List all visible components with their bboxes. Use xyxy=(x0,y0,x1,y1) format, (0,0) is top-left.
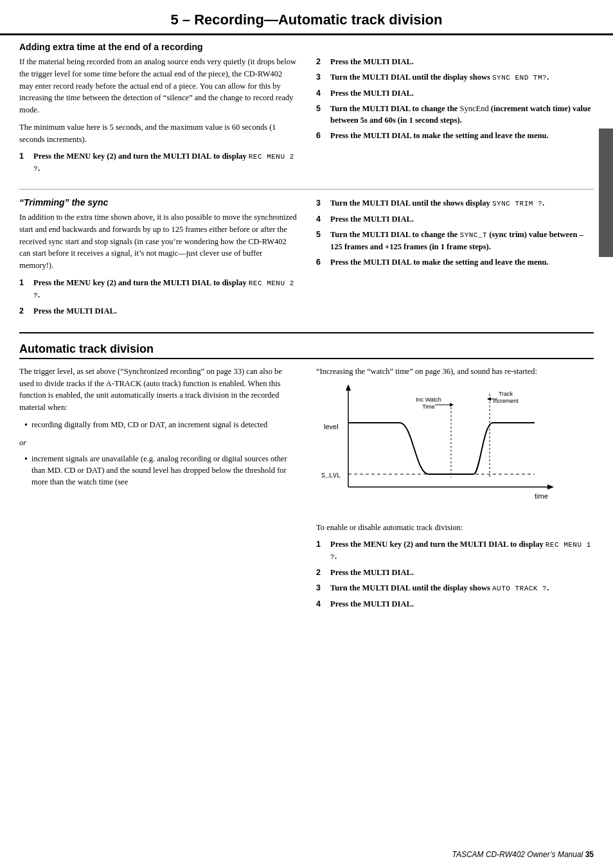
adding-extra-time-section: Adding extra time at the end of a record… xyxy=(19,42,594,181)
step-text: Turn the MULTI DIAL until the display sh… xyxy=(330,71,594,84)
auto-track-steps: 1 Press the MENU key (2) and turn the MU… xyxy=(316,538,594,610)
chart-area: level S_LVL time xyxy=(316,384,594,513)
auto-track-bullets-2: increment signals are unavailable (e.g. … xyxy=(19,453,297,488)
step-item: 2 Press the MULTI DIAL. xyxy=(316,56,594,67)
svg-text:time: time xyxy=(535,492,548,500)
step-number: 2 xyxy=(316,567,325,578)
footer-page: 35 xyxy=(585,850,594,859)
svg-text:Time: Time xyxy=(422,403,435,410)
auto-track-right: “Increasing the “watch” time” on page 36… xyxy=(316,366,594,617)
adding-extra-time-body2: The minimum value here is 5 seconds, and… xyxy=(19,121,297,146)
sidebar-tab xyxy=(599,128,613,257)
step-text: Press the MULTI DIAL. xyxy=(330,567,594,578)
svg-text:level: level xyxy=(324,423,339,430)
trimming-right: 3 Turn the MULTI DIAL until the shows di… xyxy=(316,197,594,323)
step-text: Press the MULTI DIAL to make the setting… xyxy=(330,256,594,268)
step-number: 3 xyxy=(316,582,325,594)
step-number: 5 xyxy=(316,103,325,126)
adding-extra-time-columns: If the material being recorded from an a… xyxy=(19,56,594,181)
step-text: Turn the MULTI DIAL to change the SYNC_T… xyxy=(330,229,594,252)
footer-text: TASCAM CD-RW402 Owner’s Manual xyxy=(452,850,583,859)
or-text: or xyxy=(19,437,297,449)
step-item: 6 Press the MULTI DIAL to make the setti… xyxy=(316,256,594,268)
step-number: 2 xyxy=(316,56,325,67)
step-item: 2 Press the MULTI DIAL. xyxy=(316,567,594,578)
adding-extra-time-left: If the material being recorded from an a… xyxy=(19,56,297,181)
step-text: Press the MULTI DIAL. xyxy=(33,305,297,317)
trimming-left: “Trimming” the sync In addition to the e… xyxy=(19,197,297,323)
svg-text:Inc Watch: Inc Watch xyxy=(416,396,441,403)
adding-extra-time-body1: If the material being recorded from an a… xyxy=(19,56,297,116)
step-item: 5 Turn the MULTI DIAL to change the Sync… xyxy=(316,103,594,126)
auto-track-title: Automatic track division xyxy=(19,342,594,359)
trimming-body: In addition to the extra time shown abov… xyxy=(19,211,297,272)
step-number: 3 xyxy=(316,197,325,209)
step-item: 3 Turn the MULTI DIAL until the display … xyxy=(316,582,594,594)
chart-svg: level S_LVL time xyxy=(316,384,554,513)
bullet-text-1: recording digitally from MD, CD or DAT, … xyxy=(31,419,267,432)
page: 5 – Recording—Automatic track division A… xyxy=(0,0,613,868)
step-item: 1 Press the MENU key (2) and turn the MU… xyxy=(316,538,594,563)
adding-extra-time-right: 2 Press the MULTI DIAL. 3 Turn the MULTI… xyxy=(316,56,594,181)
step-number: 4 xyxy=(316,87,325,99)
auto-track-left: The trigger level, as set above (“Synchr… xyxy=(19,366,297,617)
step-text: Press the MENU key (2) and turn the MULT… xyxy=(33,277,297,301)
step-item: 3 Turn the MULTI DIAL until the shows di… xyxy=(316,197,594,209)
step-text: Press the MENU key (2) and turn the MULT… xyxy=(330,538,594,563)
step-number: 5 xyxy=(316,229,325,252)
step-item: 3 Turn the MULTI DIAL until the display … xyxy=(316,71,594,84)
page-footer: TASCAM CD-RW402 Owner’s Manual 35 xyxy=(452,850,594,859)
svg-text:Track: Track xyxy=(499,391,513,397)
svg-marker-15 xyxy=(450,403,454,407)
step-text: Press the MULTI DIAL to make the setting… xyxy=(330,130,594,141)
step-text: Press the MULTI DIAL. xyxy=(330,598,594,610)
step-number: 6 xyxy=(316,256,325,268)
step-number: 4 xyxy=(316,598,325,610)
step-text: Turn the MULTI DIAL until the display sh… xyxy=(330,582,594,594)
svg-marker-19 xyxy=(487,397,491,401)
trimming-steps-right: 3 Turn the MULTI DIAL until the shows di… xyxy=(316,197,594,268)
auto-track-body1: The trigger level, as set above (“Synchr… xyxy=(19,366,297,414)
trimming-section: “Trimming” the sync In addition to the e… xyxy=(19,197,594,323)
step-text: Press the MENU key (2) and turn the MULT… xyxy=(33,150,297,175)
auto-track-columns: The trigger level, as set above (“Synchr… xyxy=(19,366,594,617)
bullet-text-2: increment signals are unavailable (e.g. … xyxy=(31,453,297,488)
step-text: Press the MULTI DIAL. xyxy=(330,87,594,99)
main-content: Adding extra time at the end of a record… xyxy=(0,35,613,629)
step-item: 2 Press the MULTI DIAL. xyxy=(19,305,297,317)
step-item: 1 Press the MENU key (2) and turn the MU… xyxy=(19,277,297,301)
bullet-item-1: recording digitally from MD, CD or DAT, … xyxy=(19,419,297,432)
auto-track-right-text: “Increasing the “watch” time” on page 36… xyxy=(316,366,594,378)
trimming-steps-left: 1 Press the MENU key (2) and turn the MU… xyxy=(19,277,297,317)
adding-extra-time-steps-left: 1 Press the MENU key (2) and turn the MU… xyxy=(19,150,297,175)
step-number: 3 xyxy=(316,71,325,84)
step-text: Turn the MULTI DIAL until the shows disp… xyxy=(330,197,594,209)
svg-marker-2 xyxy=(547,484,554,490)
auto-track-bullets: recording digitally from MD, CD or DAT, … xyxy=(19,419,297,432)
step-text: Press the MULTI DIAL. xyxy=(330,213,594,225)
divider-2 xyxy=(19,332,594,333)
step-item: 4 Press the MULTI DIAL. xyxy=(316,87,594,99)
step-number: 1 xyxy=(19,277,28,301)
adding-extra-time-title: Adding extra time at the end of a record… xyxy=(19,42,594,52)
step-text: Press the MULTI DIAL. xyxy=(330,56,594,67)
adding-extra-time-steps-right: 2 Press the MULTI DIAL. 3 Turn the MULTI… xyxy=(316,56,594,142)
step-item: 5 Turn the MULTI DIAL to change the SYNC… xyxy=(316,229,594,252)
step-number: 4 xyxy=(316,213,325,225)
svg-marker-3 xyxy=(346,384,351,391)
step-item: 4 Press the MULTI DIAL. xyxy=(316,598,594,610)
step-number: 2 xyxy=(19,305,28,317)
step-number: 1 xyxy=(19,150,28,175)
step-item: 6 Press the MULTI DIAL to make the setti… xyxy=(316,130,594,141)
step-item: 4 Press the MULTI DIAL. xyxy=(316,213,594,225)
step-text: Turn the MULTI DIAL to change the SyncEn… xyxy=(330,103,594,126)
divider-1 xyxy=(19,189,594,190)
enable-text: To enable or disable automatic track div… xyxy=(316,522,594,534)
page-header: 5 – Recording—Automatic track division xyxy=(0,0,613,35)
bullet-item-2: increment signals are unavailable (e.g. … xyxy=(19,453,297,488)
svg-text:S_LVL: S_LVL xyxy=(321,472,341,479)
trimming-title: “Trimming” the sync xyxy=(19,197,297,208)
step-item: 1 Press the MENU key (2) and turn the MU… xyxy=(19,150,297,175)
auto-track-section: Automatic track division The trigger lev… xyxy=(19,342,594,617)
page-title: 5 – Recording—Automatic track division xyxy=(19,12,594,28)
